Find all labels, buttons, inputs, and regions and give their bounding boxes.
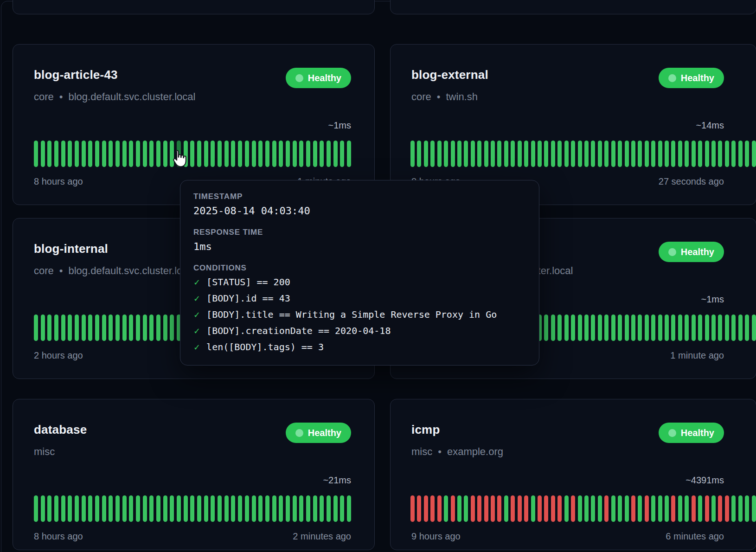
endpoint-card-partial[interactable] xyxy=(390,0,756,14)
health-bar-up[interactable] xyxy=(752,141,756,167)
health-bar-up[interactable] xyxy=(457,141,461,167)
health-bar-up[interactable] xyxy=(109,495,113,522)
health-bar-up[interactable] xyxy=(149,141,154,167)
health-bar-up[interactable] xyxy=(61,315,65,341)
endpoint-card[interactable]: icmp misc•example.org Healthy ~4391ms 9 … xyxy=(390,399,756,550)
health-bar-up[interactable] xyxy=(34,495,38,522)
health-bar-up[interactable] xyxy=(190,141,194,167)
health-bar-up[interactable] xyxy=(544,315,548,341)
health-bar-up[interactable] xyxy=(557,141,562,167)
health-bar-up[interactable] xyxy=(82,141,86,167)
endpoint-card-partial[interactable] xyxy=(13,0,375,14)
health-bar-up[interactable] xyxy=(718,141,722,167)
health-bar-up[interactable] xyxy=(143,315,147,341)
health-bar-up[interactable] xyxy=(82,315,86,341)
health-bar-up[interactable] xyxy=(424,141,428,167)
health-bar-up[interactable] xyxy=(313,495,317,522)
health-bar-up[interactable] xyxy=(578,495,582,522)
health-bar-up[interactable] xyxy=(347,141,351,167)
health-bar-up[interactable] xyxy=(564,141,569,167)
health-bar-up[interactable] xyxy=(115,141,120,167)
health-bar-up[interactable] xyxy=(444,141,448,167)
health-bar-up[interactable] xyxy=(745,315,749,341)
health-bar-up[interactable] xyxy=(177,495,181,522)
health-bar-up[interactable] xyxy=(604,315,609,341)
health-bar-down[interactable] xyxy=(518,495,522,522)
health-bar-up[interactable] xyxy=(272,495,276,522)
health-bar-down[interactable] xyxy=(604,495,609,522)
health-bar-up[interactable] xyxy=(34,141,38,167)
health-bar-up[interactable] xyxy=(88,315,92,341)
health-bar-down[interactable] xyxy=(692,495,696,522)
health-bar-up[interactable] xyxy=(340,495,344,522)
health-bar-down[interactable] xyxy=(417,495,421,522)
health-bar-up[interactable] xyxy=(163,141,167,167)
health-bar-up[interactable] xyxy=(61,141,65,167)
health-bar-up[interactable] xyxy=(584,141,589,167)
health-bar-up[interactable] xyxy=(457,495,461,522)
health-bar-down[interactable] xyxy=(471,495,475,522)
health-bar-up[interactable] xyxy=(711,141,716,167)
health-bar-up[interactable] xyxy=(122,315,127,341)
health-bar-up[interactable] xyxy=(511,141,515,167)
health-bar-up[interactable] xyxy=(410,141,415,167)
health-bar-up[interactable] xyxy=(685,495,689,522)
health-bar-up[interactable] xyxy=(47,141,51,167)
health-bar-down[interactable] xyxy=(424,495,428,522)
health-bar-up[interactable] xyxy=(47,315,51,341)
health-bar-up[interactable] xyxy=(752,495,756,522)
health-bar-down[interactable] xyxy=(645,495,649,522)
health-bar-up[interactable] xyxy=(333,141,338,167)
health-bar-up[interactable] xyxy=(638,141,642,167)
health-bar-up[interactable] xyxy=(88,495,92,522)
health-bar-up[interactable] xyxy=(551,141,555,167)
health-bar-up[interactable] xyxy=(625,141,629,167)
health-bar-up[interactable] xyxy=(631,315,635,341)
health-bar-up[interactable] xyxy=(286,141,290,167)
health-bar-up[interactable] xyxy=(88,141,92,167)
health-bar-up[interactable] xyxy=(156,315,160,341)
health-bar-up[interactable] xyxy=(41,141,45,167)
health-bar-up[interactable] xyxy=(564,315,569,341)
health-bar-up[interactable] xyxy=(731,315,736,341)
health-bar-up[interactable] xyxy=(238,495,242,522)
health-bar-down[interactable] xyxy=(538,495,542,522)
health-bar-up[interactable] xyxy=(738,315,743,341)
health-bar-up[interactable] xyxy=(671,315,675,341)
health-bar-up[interactable] xyxy=(272,141,276,167)
health-bar-up[interactable] xyxy=(47,495,51,522)
health-bar-up[interactable] xyxy=(484,141,488,167)
health-bar-up[interactable] xyxy=(258,495,263,522)
health-bar-up[interactable] xyxy=(685,315,689,341)
health-bar-up[interactable] xyxy=(156,495,160,522)
uptime-history-bars[interactable] xyxy=(410,141,756,167)
health-bar-up[interactable] xyxy=(464,141,468,167)
health-bar-up[interactable] xyxy=(136,495,140,522)
health-bar-up[interactable] xyxy=(611,495,615,522)
health-bar-up[interactable] xyxy=(665,315,669,341)
health-bar-up[interactable] xyxy=(252,141,256,167)
health-bar-up[interactable] xyxy=(115,315,120,341)
health-bar-up[interactable] xyxy=(665,495,669,522)
health-bar-up[interactable] xyxy=(584,315,589,341)
health-bar-up[interactable] xyxy=(109,315,113,341)
health-bar-up[interactable] xyxy=(564,495,569,522)
health-bar-up[interactable] xyxy=(252,495,256,522)
health-bar-up[interactable] xyxy=(745,495,749,522)
health-bar-up[interactable] xyxy=(163,315,167,341)
health-bar-up[interactable] xyxy=(645,315,649,341)
health-bar-up[interactable] xyxy=(306,495,310,522)
health-bar-up[interactable] xyxy=(129,141,133,167)
health-bar-up[interactable] xyxy=(692,315,696,341)
uptime-history-bars[interactable] xyxy=(34,141,351,167)
health-bar-up[interactable] xyxy=(61,495,65,522)
health-bar-up[interactable] xyxy=(115,495,120,522)
health-bar-up[interactable] xyxy=(718,315,722,341)
health-bar-up[interactable] xyxy=(218,141,222,167)
health-bar-up[interactable] xyxy=(279,495,283,522)
health-bar-up[interactable] xyxy=(598,315,602,341)
health-bar-up[interactable] xyxy=(231,495,235,522)
health-bar-up[interactable] xyxy=(238,141,242,167)
health-bar-up[interactable] xyxy=(531,141,535,167)
health-bar-down[interactable] xyxy=(571,495,575,522)
